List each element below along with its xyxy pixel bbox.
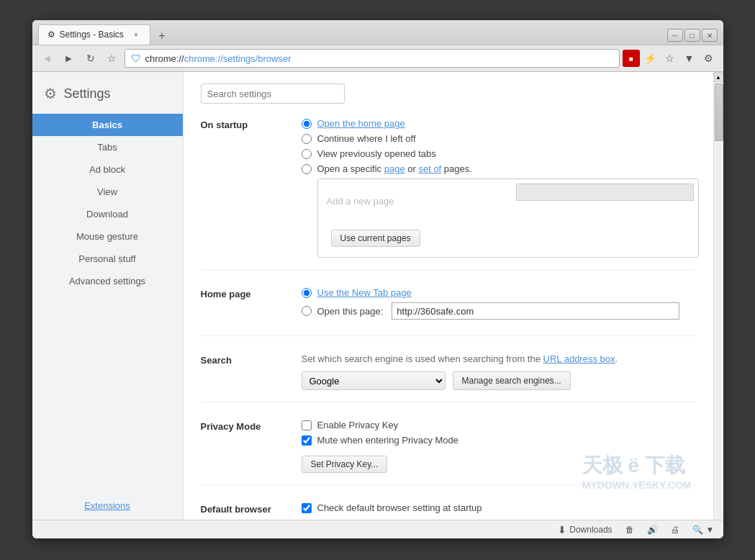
bookmark-button[interactable]: ☆: [103, 50, 122, 67]
startup-option-3: View previously opened tabs: [302, 148, 699, 159]
url-text: chrome://chrome://settings/browser: [145, 53, 291, 64]
star-icon[interactable]: ☆: [661, 50, 679, 67]
startup-controls: Open the home page Continue where I left…: [302, 118, 699, 258]
print-icon: 🖨: [671, 525, 679, 535]
startup-radio-1[interactable]: [302, 119, 312, 129]
downloads-status-item[interactable]: ⬇ Downloads: [555, 523, 615, 537]
sidebar-nav: Basics Tabs Ad block View Download Mouse…: [32, 114, 183, 492]
check-default-checkbox[interactable]: [302, 503, 312, 513]
scrollbar[interactable]: ▲: [713, 72, 723, 520]
sidebar-item-mouse-gesture[interactable]: Mouse gesture: [32, 225, 183, 248]
extensions-link[interactable]: Extensions: [32, 492, 183, 520]
startup-radio-3[interactable]: [302, 149, 312, 159]
refresh-button[interactable]: ↻: [81, 50, 100, 67]
print-status-item[interactable]: 🖨: [668, 523, 682, 536]
new-tab-button[interactable]: +: [153, 27, 171, 45]
privacy-setting: Privacy Mode Enable Privacy Key Mute whe…: [201, 420, 696, 485]
sidebar-item-advanced-settings[interactable]: Advanced settings: [32, 270, 183, 292]
sidebar-item-view[interactable]: View: [32, 181, 183, 203]
page-url-input[interactable]: [516, 184, 694, 201]
url-scheme: chrome://: [145, 53, 184, 64]
homepage-setting: Home page Use the New Tab page Open this…: [201, 287, 696, 336]
wrench-icon[interactable]: ⚙: [700, 50, 718, 67]
check-default-label[interactable]: Check default browser setting at startup: [317, 502, 482, 513]
zoom-icon: 🔍: [692, 525, 703, 535]
settings-content: On startup Open the home page Continue w…: [184, 72, 713, 520]
sidebar-item-personal-stuff[interactable]: Personal stuff: [32, 248, 183, 270]
status-bar-right: ⬇ Downloads 🗑 🔊 🖨 🔍 ▼: [555, 523, 717, 537]
startup-pages-box: Add a new page Use current pages: [317, 179, 699, 258]
red-toolbar-icon[interactable]: ■: [623, 50, 640, 67]
active-tab[interactable]: ⚙ Settings - Basics ×: [38, 24, 150, 45]
address-bar[interactable]: 🛡 chrome://chrome://settings/browser: [125, 49, 620, 68]
check-default-option: Check default browser setting at startup: [302, 502, 696, 513]
homepage-label-2[interactable]: Open this page:: [317, 306, 384, 317]
zoom-dropdown: ▼: [706, 525, 715, 535]
sidebar-item-tabs[interactable]: Tabs: [32, 136, 183, 158]
forward-button[interactable]: ►: [60, 50, 78, 67]
trash-icon: 🗑: [625, 525, 634, 535]
search-setting: Search Set which search engine is used w…: [201, 353, 696, 402]
startup-label-2[interactable]: Continue where I left off: [317, 133, 416, 144]
startup-label: On startup: [201, 118, 302, 258]
sidebar-item-adblock[interactable]: Ad block: [32, 158, 183, 181]
close-button[interactable]: ✕: [702, 29, 718, 42]
startup-label-1[interactable]: Open the home page: [317, 118, 405, 129]
mute-privacy-checkbox[interactable]: [302, 435, 312, 446]
search-input[interactable]: [201, 83, 345, 104]
title-bar: ⚙ Settings - Basics × + ─ □ ✕: [32, 20, 723, 45]
maximize-button[interactable]: □: [684, 29, 700, 42]
enable-privacy-label[interactable]: Enable Privacy Key: [317, 420, 399, 430]
shield-icon: 🛡: [131, 53, 141, 64]
settings-title: Settings: [64, 86, 111, 101]
privacy-label: Privacy Mode: [201, 420, 302, 473]
mute-privacy-label[interactable]: Mute when entering Privacy Mode: [317, 435, 459, 446]
content-area: ⚙ Settings Basics Tabs Ad block View Dow…: [32, 72, 723, 520]
manage-search-engines-button[interactable]: Manage search engines...: [453, 371, 571, 390]
startup-radio-2[interactable]: [302, 134, 312, 144]
search-controls: Set which search engine is used when sea…: [302, 353, 696, 390]
sidebar-item-download[interactable]: Download: [32, 203, 183, 225]
gear-icon: ⚙: [44, 85, 57, 102]
scroll-thumb[interactable]: [715, 83, 723, 141]
tab-bar: ⚙ Settings - Basics × +: [38, 24, 664, 45]
startup-option-1: Open the home page: [302, 118, 699, 129]
toolbar-icons: ■ ⚡ ☆ ▼ ⚙: [623, 50, 718, 67]
search-label: Search: [201, 353, 302, 390]
homepage-controls: Use the New Tab page Open this page:: [302, 287, 696, 324]
settings-header: ⚙ Settings: [32, 79, 183, 114]
minimize-button[interactable]: ─: [667, 29, 683, 42]
default-browser-label: Default browser: [201, 502, 302, 518]
dropdown-icon[interactable]: ▼: [681, 50, 698, 67]
sidebar: ⚙ Settings Basics Tabs Ad block View Dow…: [32, 72, 184, 520]
privacy-controls: Enable Privacy Key Mute when entering Pr…: [302, 420, 696, 473]
tab-close-button[interactable]: ×: [131, 30, 141, 40]
enable-privacy-option: Enable Privacy Key: [302, 420, 696, 430]
downloads-icon: ⬇: [558, 524, 566, 536]
homepage-url-input[interactable]: [392, 302, 679, 320]
volume-status-item[interactable]: 🔊: [644, 523, 661, 536]
enable-privacy-checkbox[interactable]: [302, 420, 312, 430]
homepage-radio-1[interactable]: [302, 288, 312, 298]
mute-privacy-option: Mute when entering Privacy Mode: [302, 435, 696, 446]
back-button[interactable]: ◄: [38, 50, 57, 67]
scroll-up-arrow[interactable]: ▲: [714, 72, 723, 82]
homepage-label: Home page: [201, 287, 302, 324]
homepage-option-2: Open this page:: [302, 302, 696, 320]
homepage-radio-2[interactable]: [302, 306, 312, 316]
sidebar-item-basics[interactable]: Basics: [32, 114, 183, 136]
tab-title: Settings - Basics: [60, 30, 124, 40]
search-engine-select[interactable]: Google: [302, 371, 446, 390]
homepage-label-1[interactable]: Use the New Tab page: [317, 287, 412, 298]
zoom-status-item[interactable]: 🔍 ▼: [690, 523, 718, 536]
search-description: Set which search engine is used when sea…: [302, 353, 696, 364]
use-current-pages-button[interactable]: Use current pages: [331, 230, 420, 247]
startup-radio-4[interactable]: [302, 164, 312, 174]
startup-label-3[interactable]: View previously opened tabs: [317, 148, 436, 159]
trash-status-item[interactable]: 🗑: [623, 523, 637, 536]
lightning-icon[interactable]: ⚡: [642, 50, 659, 67]
tab-favicon: ⚙: [48, 30, 55, 40]
homepage-option-1: Use the New Tab page: [302, 287, 696, 298]
set-privacy-key-button[interactable]: Set Privacy Key...: [302, 456, 388, 473]
startup-label-4[interactable]: Open a specific page or set of pages.: [317, 163, 472, 174]
